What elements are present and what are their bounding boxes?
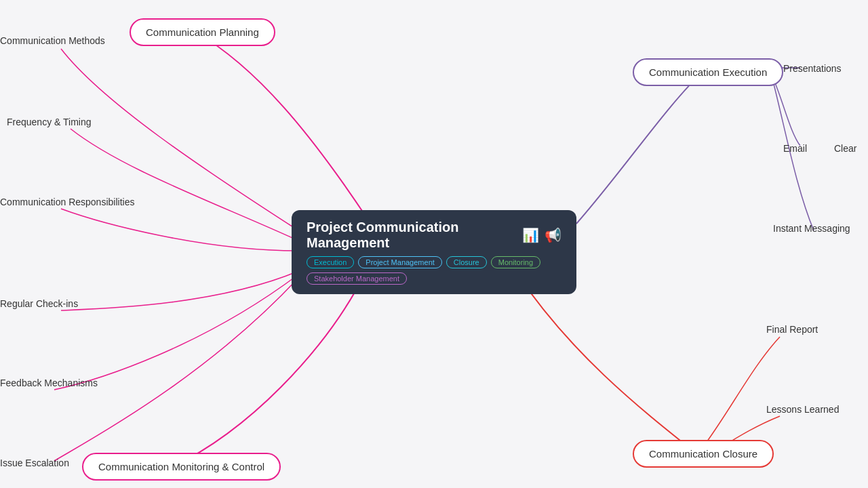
tag-project-management[interactable]: Project Management bbox=[358, 256, 442, 268]
central-node[interactable]: Project Communication Management 📊 📢 Exe… bbox=[292, 210, 576, 294]
lessons-learned-label: Lessons Learned bbox=[766, 404, 839, 415]
comm-methods-label: Communication Methods bbox=[0, 35, 105, 46]
regular-checkins-label: Regular Check-ins bbox=[0, 298, 78, 309]
central-title: Project Communication Management 📊 📢 bbox=[307, 220, 561, 251]
chart-icon: 📊 bbox=[522, 227, 539, 243]
megaphone-icon: 📢 bbox=[545, 227, 561, 243]
comm-execution-label: Communication Execution bbox=[649, 66, 767, 78]
presentations-label: Presentations bbox=[783, 63, 842, 74]
presentations-node[interactable]: Presentations bbox=[783, 63, 842, 74]
comm-closure-node[interactable]: Communication Closure bbox=[633, 440, 774, 468]
clear-label: Clear bbox=[834, 143, 856, 154]
comm-resp-label: Communication Responsibilities bbox=[0, 197, 134, 207]
comm-methods-node[interactable]: Communication Methods bbox=[0, 35, 105, 46]
tag-container: Execution Project Management Closure Mon… bbox=[307, 256, 561, 285]
central-title-text: Project Communication Management bbox=[307, 220, 517, 251]
issue-esc-node[interactable]: Issue Escalation bbox=[0, 458, 69, 468]
email-node[interactable]: Email bbox=[783, 143, 807, 154]
feedback-mech-node[interactable]: Feedback Mechanisms bbox=[0, 378, 98, 388]
tag-monitoring[interactable]: Monitoring bbox=[491, 256, 540, 268]
comm-planning-node[interactable]: Communication Planning bbox=[130, 18, 275, 46]
tag-stakeholder[interactable]: Stakeholder Management bbox=[307, 272, 407, 285]
issue-esc-label: Issue Escalation bbox=[0, 458, 69, 468]
email-label: Email bbox=[783, 143, 807, 154]
comm-monitoring-label: Communication Monitoring & Control bbox=[98, 461, 264, 472]
comm-planning-label: Communication Planning bbox=[146, 26, 259, 38]
tag-closure[interactable]: Closure bbox=[446, 256, 487, 268]
tag-execution[interactable]: Execution bbox=[307, 256, 354, 268]
regular-checkins-node[interactable]: Regular Check-ins bbox=[0, 298, 78, 309]
comm-monitoring-node[interactable]: Communication Monitoring & Control bbox=[82, 453, 281, 481]
freq-timing-label: Frequency & Timing bbox=[7, 117, 92, 127]
comm-execution-node[interactable]: Communication Execution bbox=[633, 58, 783, 86]
final-report-label: Final Report bbox=[766, 324, 818, 335]
lessons-learned-node[interactable]: Lessons Learned bbox=[766, 404, 839, 415]
comm-resp-node[interactable]: Communication Responsibilities bbox=[0, 197, 134, 207]
freq-timing-node[interactable]: Frequency & Timing bbox=[7, 117, 92, 127]
final-report-node[interactable]: Final Report bbox=[766, 324, 818, 335]
feedback-mech-label: Feedback Mechanisms bbox=[0, 378, 98, 388]
instant-msg-label: Instant Messaging bbox=[773, 223, 850, 234]
instant-msg-node[interactable]: Instant Messaging bbox=[773, 223, 850, 234]
clear-node[interactable]: Clear bbox=[834, 143, 856, 154]
comm-closure-label: Communication Closure bbox=[649, 448, 757, 460]
